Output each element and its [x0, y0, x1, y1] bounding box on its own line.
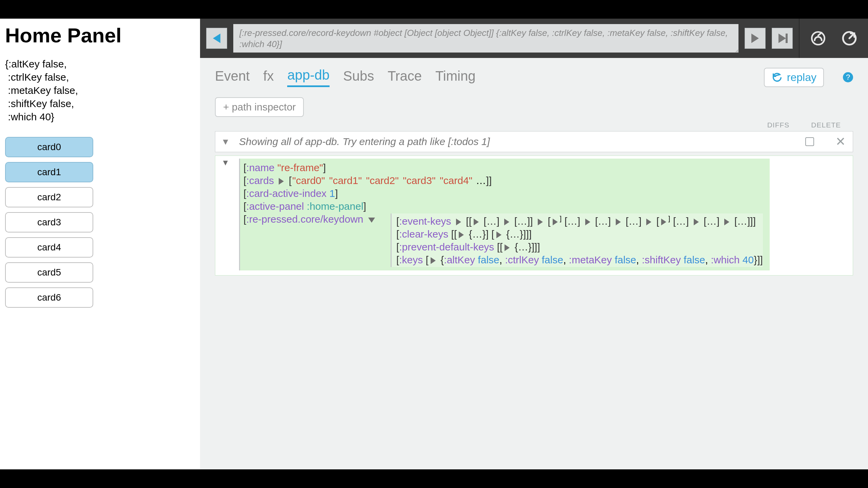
expand-toggle[interactable] [661, 219, 666, 225]
expand-toggle[interactable] [496, 231, 501, 238]
replay-label: replay [787, 71, 816, 84]
expand-toggle[interactable] [474, 219, 479, 225]
path-collapse-toggle[interactable]: ▼ [215, 137, 236, 147]
tab-app-db[interactable]: app-db [287, 67, 330, 87]
expand-toggle[interactable] [505, 244, 510, 251]
replay-icon [771, 72, 783, 83]
devtools-panel: [:re-pressed.core/record-keydown #object… [200, 19, 868, 469]
card-button-3[interactable]: card3 [5, 212, 93, 232]
svg-point-0 [812, 32, 825, 45]
diffs-header: DIFFS [767, 121, 790, 129]
tree-collapse-toggle[interactable]: ▼ [221, 158, 230, 167]
path-inspector-button[interactable]: + path inspector [215, 97, 304, 117]
tree-row-prevent-default-keys: [:prevent-default-keys [[ {…}]]] [396, 241, 763, 253]
event-input[interactable]: [:re-pressed.core/record-keydown #object… [233, 24, 738, 53]
tab-fx[interactable]: fx [263, 68, 274, 86]
card-list: card0 card1 card2 card3 card4 card5 card… [5, 137, 195, 308]
page-title: Home Panel [5, 24, 195, 47]
app-db-tree: ▼ [:name "re-frame"] [:cards ["card0" "c… [215, 156, 853, 276]
expand-toggle[interactable] [504, 219, 509, 225]
card-button-4[interactable]: card4 [5, 237, 93, 258]
tabs: Event fx app-db Subs Trace Timing replay… [200, 58, 868, 92]
toolbar: [:re-pressed.core/record-keydown #object… [200, 19, 868, 58]
card-button-0[interactable]: card0 [5, 137, 93, 157]
prev-event-button[interactable] [206, 28, 227, 49]
tree-row-re-pressed: [:re-pressed.core/keydown [:event-keys [… [243, 214, 763, 267]
expand-toggle[interactable] [279, 178, 284, 185]
popout-icon[interactable] [837, 19, 862, 58]
toolbar-separator [799, 19, 800, 58]
play-to-end-button[interactable] [772, 28, 793, 49]
tree-row-name: [:name "re-frame"] [243, 162, 763, 174]
column-headers: DIFFS DELETE [200, 121, 868, 129]
delete-header: DELETE [811, 121, 841, 129]
path-input[interactable] [236, 131, 791, 152]
expand-toggle[interactable] [616, 219, 621, 225]
settings-icon[interactable] [806, 19, 831, 58]
tree-row-keys: [:keys [ {:altKey false, :ctrlKey false,… [396, 254, 763, 266]
replay-button[interactable]: replay [764, 68, 824, 87]
expand-toggle[interactable] [368, 218, 375, 223]
expand-toggle[interactable] [585, 219, 590, 225]
tree-row-cards: [:cards ["card0" "card1" "card2" "card3"… [243, 175, 763, 186]
delete-path-button[interactable]: ✕ [828, 135, 853, 149]
help-button[interactable]: ? [843, 72, 853, 82]
home-panel: Home Panel {:altKey false, :ctrlKey fals… [0, 19, 200, 469]
tree-row-active-panel: [:active-panel :home-panel] [243, 201, 763, 212]
path-row: ▼ ✕ [215, 131, 853, 152]
card-button-1[interactable]: card1 [5, 162, 93, 182]
tab-subs[interactable]: Subs [343, 68, 374, 86]
tab-event[interactable]: Event [215, 68, 250, 86]
card-button-2[interactable]: card2 [5, 187, 93, 207]
card-button-6[interactable]: card6 [5, 287, 93, 308]
tab-trace[interactable]: Trace [388, 68, 422, 86]
card-button-5[interactable]: card5 [5, 262, 93, 283]
diffs-checkbox[interactable] [805, 137, 814, 146]
expand-toggle[interactable] [694, 219, 699, 225]
expand-toggle[interactable] [459, 231, 464, 238]
tree-row-card-active-index: [:card-active-index 1] [243, 188, 763, 199]
expand-toggle[interactable] [646, 219, 651, 225]
next-event-button[interactable] [745, 28, 766, 49]
expand-toggle[interactable] [538, 219, 543, 225]
tree-row-event-keys: [:event-keys [[ […] […]] [] […] […] […] … [396, 215, 763, 227]
expand-toggle[interactable] [553, 219, 558, 225]
expand-toggle[interactable] [431, 257, 436, 264]
tree-row-clear-keys: [:clear-keys [[ {…}] [ {…}]]] [396, 228, 763, 240]
tab-timing[interactable]: Timing [435, 68, 476, 86]
key-state-text: {:altKey false, :ctrlKey false, :metaKey… [5, 57, 195, 123]
expand-toggle[interactable] [724, 219, 729, 225]
expand-toggle[interactable] [456, 219, 461, 225]
